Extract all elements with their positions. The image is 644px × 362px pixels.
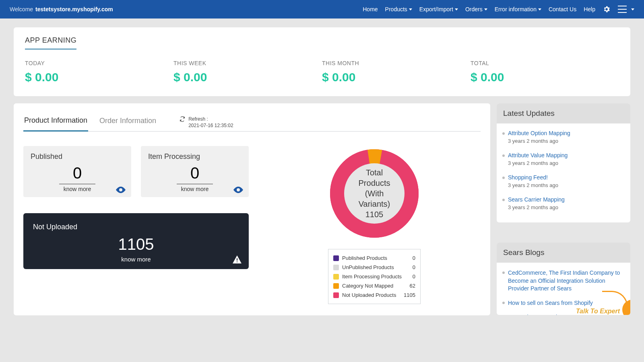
nav-products[interactable]: Products — [385, 6, 412, 12]
know-more-item-processing[interactable]: know more — [177, 184, 213, 192]
know-more-published[interactable]: know more — [59, 184, 95, 192]
earning-total-value: $ 0.00 — [471, 70, 619, 84]
card-item-processing: Item Processing 0 know more — [141, 146, 249, 197]
legend-row: Published Products0 — [333, 253, 415, 263]
earning-today-label: TODAY — [25, 60, 173, 66]
nav-menu: Home Products Export/Import Orders Error… — [363, 5, 634, 13]
card-item-processing-label: Item Processing — [148, 152, 242, 161]
update-item: Attribute Value Mapping 3 years 2 months… — [502, 150, 625, 172]
eye-icon[interactable] — [116, 187, 126, 193]
caret-down-icon — [631, 8, 634, 10]
store-domain: testetsystore.myshopify.com — [35, 6, 113, 12]
caret-down-icon — [538, 8, 541, 10]
update-link[interactable]: Shopping Feed! — [508, 174, 625, 181]
sears-blogs-panel: Sears Blogs CedCommerce, The First India… — [497, 243, 630, 315]
gear-icon[interactable] — [603, 5, 611, 13]
app-earning-title: APP EARNING — [25, 36, 76, 49]
welcome-label: Welcome — [10, 6, 33, 12]
nav-help[interactable]: Help — [584, 6, 595, 12]
update-item: Sears Carrier Mapping 3 years 2 months a… — [502, 194, 625, 216]
swatch-icon — [333, 292, 339, 298]
nav-export-import[interactable]: Export/Import — [419, 6, 458, 12]
donut-center-label: Total Products (With Variants) 1105 — [344, 163, 405, 224]
refresh-label: Refresh : — [188, 116, 208, 122]
app-earning-panel: APP EARNING TODAY $ 0.00 THIS WEEK $ 0.0… — [14, 27, 630, 96]
update-time: 3 years 2 months ago — [508, 138, 625, 144]
card-published: Published 0 know more — [23, 146, 131, 197]
update-link[interactable]: Attribute Value Mapping — [508, 152, 625, 158]
legend-row: Not Uploaded Products1105 — [333, 290, 415, 300]
top-navbar: Welcome testetsystore.myshopify.com Home… — [0, 0, 644, 19]
legend-row: Item Processing Products0 — [333, 272, 415, 281]
latest-updates-title: Latest Updates — [497, 103, 630, 123]
earning-week: THIS WEEK $ 0.00 — [173, 60, 322, 84]
tab-order-information[interactable]: Order Information — [99, 111, 157, 131]
refresh-icon — [180, 116, 185, 122]
card-item-processing-value: 0 — [148, 164, 242, 182]
tab-product-information[interactable]: Product Information — [23, 111, 88, 132]
info-tabs: Product Information Order Information Re… — [23, 111, 481, 132]
earning-month-value: $ 0.00 — [322, 70, 471, 84]
update-time: 3 years 2 months ago — [508, 204, 625, 210]
earning-today: TODAY $ 0.00 — [25, 60, 173, 84]
update-link[interactable]: Attribute Option Mapping — [508, 130, 625, 136]
nav-home[interactable]: Home — [363, 6, 378, 12]
earning-month-label: THIS MONTH — [322, 60, 471, 66]
earning-today-value: $ 0.00 — [25, 70, 173, 84]
swatch-icon — [333, 265, 339, 270]
nav-error-information[interactable]: Error information — [495, 6, 541, 12]
know-more-not-uploaded[interactable]: know more — [33, 256, 239, 263]
earning-month: THIS MONTH $ 0.00 — [322, 60, 471, 84]
update-time: 3 years 2 months ago — [508, 160, 625, 166]
earning-week-value: $ 0.00 — [173, 70, 322, 84]
chart-legend: Published Products0 UnPublished Products… — [328, 249, 421, 304]
card-not-uploaded: Not Uploaded 1105 know more — [23, 213, 249, 269]
card-not-uploaded-value: 1105 — [33, 235, 239, 253]
caret-down-icon — [455, 8, 458, 10]
caret-down-icon — [484, 8, 487, 10]
eye-icon[interactable] — [233, 187, 243, 193]
caret-down-icon — [409, 8, 412, 10]
legend-row: Category Not Mapped62 — [333, 281, 415, 290]
card-not-uploaded-label: Not Uploaded — [33, 223, 239, 231]
nav-contact-us[interactable]: Contact Us — [549, 6, 576, 12]
nav-orders[interactable]: Orders — [465, 6, 487, 12]
card-published-value: 0 — [31, 164, 124, 182]
product-info-panel: Product Information Order Information Re… — [14, 103, 490, 315]
update-time: 3 years 2 months ago — [508, 182, 625, 188]
refresh-button[interactable]: Refresh : 2021-07-16 12:35:02 — [180, 113, 233, 129]
update-item: Shopping Feed! 3 years 2 months ago — [502, 172, 625, 194]
swatch-icon — [333, 255, 339, 261]
sears-blogs-title: Sears Blogs — [497, 243, 630, 263]
swatch-icon — [333, 274, 339, 280]
talk-to-expert-label: Talk To Expert — [576, 308, 620, 315]
legend-row: UnPublished Products0 — [333, 263, 415, 272]
latest-updates-panel: Latest Updates Attribute Option Mapping … — [497, 103, 630, 222]
hamburger-menu-icon[interactable] — [618, 5, 634, 13]
swatch-icon — [333, 283, 339, 289]
card-published-label: Published — [31, 152, 124, 161]
earning-total-label: TOTAL — [471, 60, 619, 66]
products-donut-chart: Total Products (With Variants) 1105 Publ… — [268, 146, 481, 304]
earning-week-label: THIS WEEK — [173, 60, 322, 66]
refresh-time: 2021-07-16 12:35:02 — [188, 123, 233, 128]
warning-icon — [233, 255, 242, 263]
update-item: Attribute Option Mapping 3 years 2 month… — [502, 128, 625, 150]
update-link[interactable]: Sears Carrier Mapping — [508, 196, 625, 203]
earning-total: TOTAL $ 0.00 — [471, 60, 619, 84]
